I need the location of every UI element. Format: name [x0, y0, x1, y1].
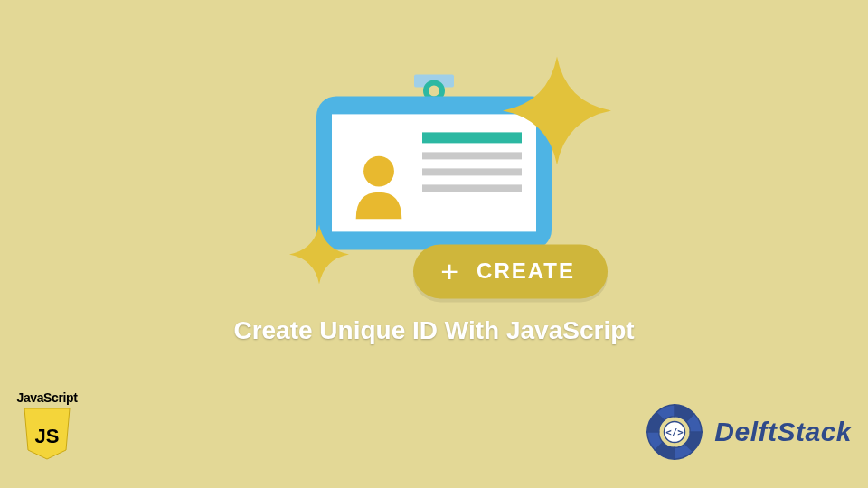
page-title: Create Unique ID With JavaScript: [233, 316, 634, 345]
brand-badge-glyph: </>: [666, 427, 684, 438]
create-button[interactable]: + CREATE: [413, 244, 608, 298]
sparkle-icon: [289, 224, 349, 284]
id-card: + CREATE Create Unique ID With JavaScrip…: [307, 76, 561, 257]
js-shield-icon: JS: [22, 407, 72, 461]
sparkle-icon: [503, 56, 611, 164]
hero-illustration: + CREATE Create Unique ID With JavaScrip…: [235, 76, 633, 365]
brand-mandala-icon: </>: [642, 399, 707, 465]
id-card-info-line: [422, 184, 522, 192]
create-button-label: CREATE: [476, 258, 575, 284]
js-shield-text: JS: [35, 425, 60, 447]
id-card-info-line: [422, 168, 522, 175]
plus-icon: +: [440, 262, 460, 280]
svg-point-0: [363, 156, 394, 187]
javascript-logo: JavaScript JS: [16, 390, 78, 461]
javascript-logo-label: JavaScript: [16, 390, 78, 405]
brand-logo: </> DelftStack: [642, 399, 852, 465]
brand-name: DelftStack: [714, 417, 852, 447]
avatar-icon: [350, 152, 408, 219]
